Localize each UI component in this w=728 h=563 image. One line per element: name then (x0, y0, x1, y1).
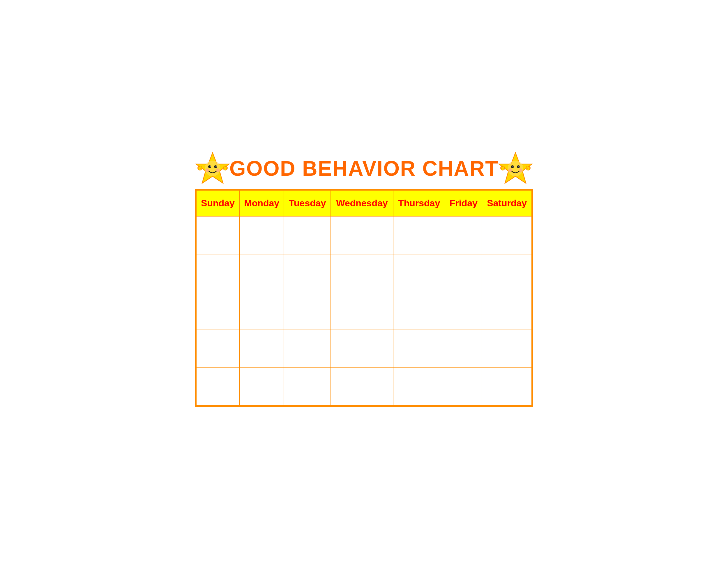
day-header-sunday: Sunday (196, 190, 239, 216)
table-cell[interactable] (445, 330, 482, 368)
svg-point-3 (214, 165, 217, 168)
table-cell[interactable] (331, 368, 393, 406)
table-cell[interactable] (196, 216, 239, 254)
header: GOOD BEHAVIOR CHART (189, 151, 539, 186)
day-header-saturday: Saturday (482, 190, 532, 216)
table-cell[interactable] (239, 254, 284, 292)
svg-point-16 (511, 165, 514, 168)
header-row: Sunday Monday Tuesday Wednesday Thursday… (196, 190, 532, 216)
table-cell[interactable] (445, 368, 482, 406)
svg-point-7 (216, 168, 220, 172)
svg-point-1 (205, 160, 220, 176)
table-cell[interactable] (482, 330, 532, 368)
table-cell[interactable] (445, 292, 482, 330)
table-cell[interactable] (196, 330, 239, 368)
table-cell[interactable] (445, 216, 482, 254)
page-container: GOOD BEHAVIOR CHART (189, 151, 539, 413)
svg-point-15 (508, 160, 523, 176)
svg-point-4 (210, 165, 211, 167)
page-title: GOOD BEHAVIOR CHART (229, 156, 499, 180)
table-cell[interactable] (393, 292, 445, 330)
table-cell[interactable] (393, 330, 445, 368)
table-cell[interactable] (482, 292, 532, 330)
table-cell[interactable] (284, 254, 331, 292)
table-cell[interactable] (482, 216, 532, 254)
star-mascot-left (195, 151, 230, 186)
table-cell[interactable] (196, 368, 239, 406)
table-cell[interactable] (284, 292, 331, 330)
behavior-chart-table: Sunday Monday Tuesday Wednesday Thursday… (196, 190, 532, 406)
svg-point-5 (215, 165, 217, 167)
table-cell[interactable] (331, 254, 393, 292)
svg-point-20 (508, 168, 512, 172)
table-cell[interactable] (393, 368, 445, 406)
svg-point-6 (206, 168, 209, 172)
star-mascot-right (498, 151, 533, 186)
table-cell[interactable] (196, 292, 239, 330)
table-row (196, 254, 532, 292)
table-cell[interactable] (284, 368, 331, 406)
day-header-wednesday: Wednesday (331, 190, 393, 216)
svg-point-18 (513, 165, 514, 167)
svg-point-19 (518, 165, 520, 167)
chart-container: Sunday Monday Tuesday Wednesday Thursday… (195, 189, 533, 407)
table-row (196, 368, 532, 406)
table-cell[interactable] (239, 292, 284, 330)
table-cell[interactable] (393, 254, 445, 292)
table-cell[interactable] (239, 368, 284, 406)
day-header-thursday: Thursday (393, 190, 445, 216)
table-cell[interactable] (284, 330, 331, 368)
table-cell[interactable] (239, 330, 284, 368)
table-cell[interactable] (284, 216, 331, 254)
table-row (196, 216, 532, 254)
table-cell[interactable] (482, 368, 532, 406)
table-cell[interactable] (196, 254, 239, 292)
table-cell[interactable] (445, 254, 482, 292)
table-row (196, 330, 532, 368)
table-cell[interactable] (331, 292, 393, 330)
table-cell[interactable] (239, 216, 284, 254)
svg-point-21 (519, 168, 522, 172)
table-row (196, 292, 532, 330)
table-cell[interactable] (331, 216, 393, 254)
day-header-friday: Friday (445, 190, 482, 216)
day-header-tuesday: Tuesday (284, 190, 331, 216)
table-cell[interactable] (482, 254, 532, 292)
svg-point-17 (517, 165, 520, 168)
day-header-monday: Monday (239, 190, 284, 216)
table-cell[interactable] (393, 216, 445, 254)
svg-point-2 (208, 165, 211, 168)
table-cell[interactable] (331, 330, 393, 368)
